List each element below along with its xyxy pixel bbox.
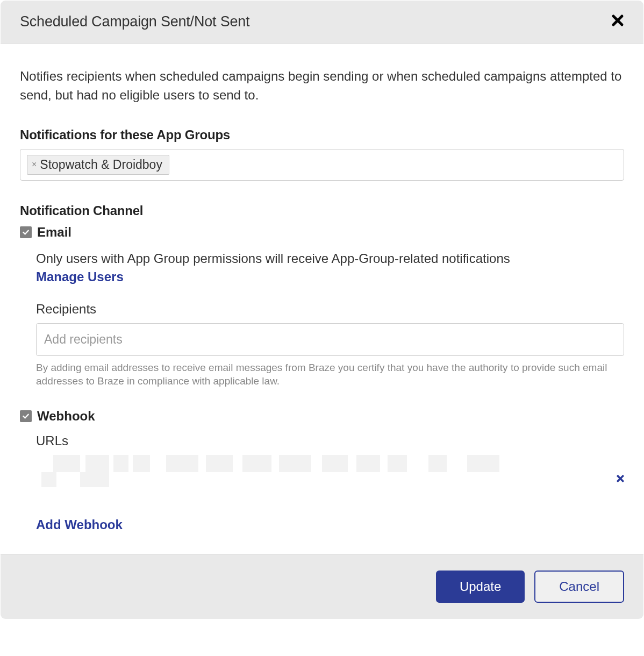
webhook-channel-row: Webhook (20, 409, 624, 424)
recipients-fine-print: By adding email addresses to receive ema… (36, 361, 624, 388)
modal-dialog: Scheduled Campaign Sent/Not Sent Notifie… (0, 0, 644, 619)
app-groups-input[interactable]: × Stopwatch & Droidboy (20, 149, 624, 181)
recipients-label: Recipients (36, 302, 624, 317)
app-groups-label: Notifications for these App Groups (20, 127, 624, 142)
webhook-remove-icon[interactable] (617, 474, 624, 485)
email-helper-text: Only users with App Group permissions wi… (36, 249, 624, 268)
cancel-button[interactable]: Cancel (534, 571, 624, 603)
modal-title: Scheduled Campaign Sent/Not Sent (20, 13, 249, 30)
app-group-tag: × Stopwatch & Droidboy (27, 155, 169, 175)
email-checkbox-label: Email (37, 225, 71, 240)
webhook-section: URLs (36, 433, 624, 532)
modal-footer: Update Cancel (1, 554, 643, 619)
manage-users-link[interactable]: Manage Users (36, 269, 124, 284)
notification-channel-label: Notification Channel (20, 203, 624, 218)
webhook-url-redacted (36, 455, 624, 491)
webhook-checkbox-label: Webhook (37, 409, 95, 424)
urls-label: URLs (36, 433, 624, 448)
email-checkbox[interactable] (20, 226, 32, 238)
webhook-checkbox[interactable] (20, 410, 32, 422)
email-channel-row: Email (20, 225, 624, 240)
tag-remove-icon[interactable]: × (32, 160, 37, 169)
modal-header: Scheduled Campaign Sent/Not Sent (1, 1, 643, 44)
modal-description: Notifies recipients when scheduled campa… (20, 67, 624, 105)
close-icon[interactable] (611, 14, 624, 30)
tag-label: Stopwatch & Droidboy (40, 158, 162, 172)
recipients-input[interactable] (36, 323, 624, 356)
update-button[interactable]: Update (436, 571, 525, 603)
add-webhook-link[interactable]: Add Webhook (36, 517, 123, 532)
email-section: Only users with App Group permissions wi… (36, 249, 624, 388)
modal-body: Notifies recipients when scheduled campa… (1, 44, 643, 554)
